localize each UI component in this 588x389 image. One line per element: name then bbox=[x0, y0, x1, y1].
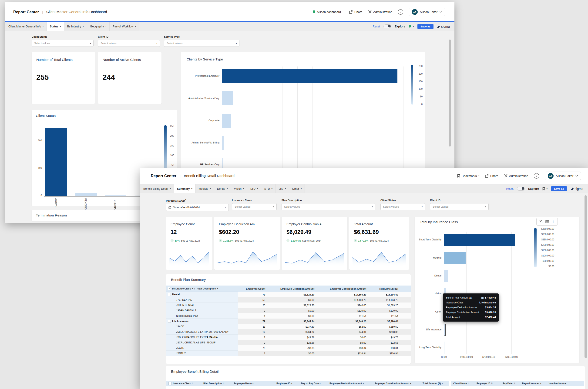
tab-medical[interactable]: Medical▾ bbox=[195, 184, 214, 193]
collapse-icon[interactable]: − bbox=[168, 320, 171, 323]
client-id-select[interactable]: Select values▾ bbox=[430, 203, 489, 210]
table-row[interactable]: JSGTL 21$0.00$116.94$116.94 bbox=[166, 351, 411, 356]
tab-other[interactable]: Other▾ bbox=[289, 184, 305, 193]
help-button[interactable]: ? bbox=[534, 173, 539, 179]
help-button[interactable]: ? bbox=[398, 9, 403, 15]
table-row[interactable]: JSADD11$237.50$52.00$289.50 bbox=[166, 324, 411, 329]
reset-button[interactable]: Reset bbox=[373, 25, 380, 28]
bar-active[interactable] bbox=[45, 128, 67, 196]
tab-std[interactable]: STD▾ bbox=[261, 184, 276, 193]
bar-pending[interactable] bbox=[75, 193, 97, 196]
bar-long-term-disability[interactable] bbox=[444, 342, 445, 354]
save-as-button[interactable]: Save as bbox=[417, 24, 434, 29]
column-header-insurance-class[interactable]: +Insurance Class⇅ bbox=[166, 381, 201, 386]
bar-dental[interactable] bbox=[444, 270, 448, 282]
kpi-employee-deduction-card[interactable]: Employee Deduction Am...$602.20↑1,268.6%… bbox=[214, 217, 280, 270]
collapse-icon[interactable]: − bbox=[168, 293, 171, 296]
kpi-employee-count-card[interactable]: Employee Count12↑50%Sep vs Aug, 2024 bbox=[166, 217, 212, 270]
tab-by-industry[interactable]: By Industry▾ bbox=[64, 22, 87, 31]
bookmark-save-button[interactable]: ▾ bbox=[542, 187, 548, 191]
column-header-employee-deduction-amount[interactable]: Employee Deduction Amount bbox=[268, 286, 317, 292]
column-header-day-of-pay-date[interactable]: Day of Pay Date▾ bbox=[299, 381, 327, 386]
client-status-select[interactable]: Select values▾ bbox=[32, 40, 94, 47]
bookmark-save-button[interactable]: ▾ bbox=[409, 25, 414, 28]
column-header-plan-description[interactable]: Plan Description⇅ bbox=[201, 381, 232, 386]
bar-admin-service-alt-billing[interactable] bbox=[222, 136, 224, 150]
administration-button[interactable]: Administration bbox=[504, 174, 528, 178]
explore-toggle[interactable] bbox=[517, 187, 525, 191]
kpi-total-amount-card[interactable]: Total Amount$6,631.69↑1,572.6%Sep vs Aug… bbox=[349, 217, 409, 270]
column-header-payroll-number[interactable]: Payroll Number▾ bbox=[520, 381, 547, 386]
share-button[interactable]: Share bbox=[349, 10, 363, 14]
front-window-scrollbar[interactable] bbox=[585, 195, 587, 358]
explore-toggle[interactable] bbox=[383, 24, 391, 28]
collapse-icon[interactable]: − bbox=[168, 287, 171, 290]
share-button[interactable]: Share bbox=[485, 174, 498, 178]
column-header-employee-id[interactable]: Employee ID▾ bbox=[274, 381, 299, 386]
tab-life[interactable]: Life▾ bbox=[276, 184, 289, 193]
kpi-active-clients-card[interactable]: Number of Active Clients 244 bbox=[98, 52, 162, 104]
administration-button[interactable]: Administration bbox=[368, 10, 392, 14]
column-header-employee-name[interactable]: Employee Name▾ bbox=[232, 381, 274, 386]
column-header-employee-deduction-amount[interactable]: Employee Deduction Amount▾ bbox=[327, 381, 373, 386]
bar-professional-employer[interactable] bbox=[222, 69, 397, 83]
reset-button[interactable]: Reset bbox=[506, 187, 514, 191]
bar-short-term-disability[interactable] bbox=[444, 234, 515, 246]
tab-payroll-workflow[interactable]: Payroll Workflow▾ bbox=[110, 22, 139, 31]
tree-header-cell[interactable]: −Insurance Class▾/Plan Description▾ bbox=[166, 286, 238, 292]
pay-date-range-input[interactable]: On or after 01/01/2024 x bbox=[166, 204, 229, 211]
select-placeholder: Select values bbox=[34, 42, 50, 45]
user-menu[interactable]: AE Allison Editor bbox=[545, 172, 581, 180]
column-header-employee-count[interactable]: Employee Count bbox=[238, 286, 268, 292]
tab-ltd[interactable]: LTD▾ bbox=[247, 184, 261, 193]
column-header-total-amount-1[interactable]: Total Amount (1)▾ bbox=[420, 381, 449, 386]
table-row[interactable]: −Life Insurance79$3,844.24$3,646.20$7,49… bbox=[166, 319, 411, 324]
service-type-select[interactable]: Select values▾ bbox=[164, 40, 240, 47]
value-cell: $1,629.20 bbox=[268, 292, 317, 297]
column-header-pay-date[interactable]: Pay Date⇅ bbox=[501, 381, 520, 386]
tab-benefit-billing-detail[interactable]: Benefit Billing Detail▾ bbox=[140, 184, 174, 193]
expand-icon[interactable]: + bbox=[169, 382, 172, 385]
column-header-total-amount-1[interactable]: Total Amount (1) bbox=[369, 286, 400, 292]
column-header-employer-id[interactable]: Employer ID⇅ bbox=[475, 381, 501, 386]
category-label: Medical bbox=[415, 256, 444, 259]
table-row[interactable]: 7777 DENTAL53$0.00$14,193.75$14,193.75 bbox=[166, 297, 411, 302]
back-window-scrollbar[interactable] bbox=[449, 39, 451, 146]
tab-summary[interactable]: Summary▾ bbox=[174, 184, 196, 193]
client-status-select[interactable]: Select values▾ bbox=[380, 203, 425, 210]
column-header-employer-contribution-amount[interactable]: Employer Contribution Amount▾ bbox=[373, 381, 420, 386]
bookmark-menu[interactable]: Allison dashboard ▾ bbox=[312, 10, 344, 14]
tab-vision[interactable]: Vision▾ bbox=[231, 184, 247, 193]
kpi-employer-contribution-card[interactable]: Employer Contribution A...$6,029.49↑1,61… bbox=[282, 217, 347, 270]
column-header-voucher-numbe[interactable]: Voucher Numbe bbox=[547, 381, 575, 386]
bar-corporate[interactable] bbox=[222, 114, 231, 128]
column-header-employer-contribution-amount[interactable]: Employer Contribution Amount bbox=[317, 286, 369, 292]
bar-terminated[interactable] bbox=[105, 195, 126, 196]
table-row[interactable]: JSBLX 4 BASIC LIFE EXTRA 30/70/20 SALARY… bbox=[166, 329, 411, 335]
user-menu[interactable]: AE Allison Editor bbox=[409, 8, 445, 16]
save-as-button[interactable]: Save as bbox=[551, 186, 567, 191]
bar-administrative-services-only[interactable] bbox=[222, 91, 233, 105]
bar-medical[interactable] bbox=[444, 252, 466, 264]
plan-description-select[interactable]: Select values▾ bbox=[281, 203, 375, 210]
table-row[interactable]: JSGTL70-$0.03$30.64$30.61 bbox=[166, 345, 411, 351]
tab-dental[interactable]: Dental▾ bbox=[214, 184, 231, 193]
bar-life-insurance[interactable] bbox=[444, 324, 446, 336]
table-row[interactable]: JSBLX 6 BASIC LIFE EXTRA MANUAL2$49.76$0… bbox=[166, 335, 411, 340]
client-id-select[interactable]: Select values▾ bbox=[98, 40, 160, 47]
table-row[interactable]: JSDEN DENTAL23$1,629.20$240.00$1,869.20 bbox=[166, 302, 411, 308]
insurance-class-select[interactable]: Select values▾ bbox=[232, 203, 277, 210]
clear-filter-icon[interactable]: x bbox=[225, 206, 226, 209]
table-row[interactable]: −Dental79$1,629.20$14,565.29$16,194.49 bbox=[166, 292, 411, 297]
tab-client-master-general-info[interactable]: Client Master General Info▾ bbox=[5, 22, 47, 31]
tab-geography[interactable]: Geography▾ bbox=[87, 22, 110, 31]
table-row[interactable]: JSDEN DENTAL 22$0.00$120.00$120.00 bbox=[166, 308, 411, 313]
bookmarks-menu[interactable]: Bookmarks ▾ bbox=[457, 174, 479, 178]
tools-icon bbox=[368, 10, 372, 14]
column-header-client-name[interactable]: Client Name⇅ bbox=[451, 381, 475, 386]
kpi-total-clients-card[interactable]: Number of Total Clients 255 bbox=[32, 52, 95, 104]
table-row[interactable]: Nicole's Dental Plan1$0.00$11.54$11.54 bbox=[166, 313, 411, 319]
tab-status[interactable]: Status▾ bbox=[47, 22, 64, 31]
table-row[interactable]: JSCRL CRITICAL AS LIFE -JSCILIF2$22.56$0… bbox=[166, 340, 411, 345]
total-by-insurance-class-plot: Short-Term DisabilityMedicalDentalVision… bbox=[415, 217, 579, 363]
